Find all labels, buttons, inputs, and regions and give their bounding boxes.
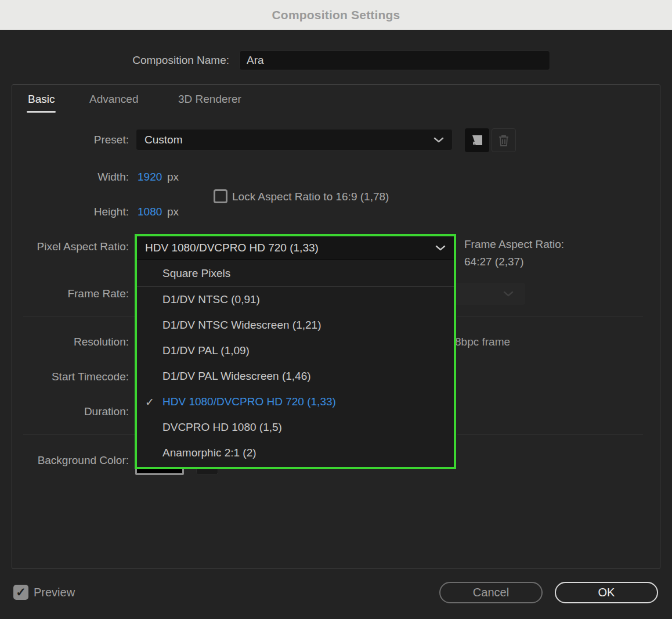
divider xyxy=(23,434,135,435)
pixel-aspect-ratio-selected: HDV 1080/DVCPRO HD 720 (1,33) xyxy=(145,242,435,254)
par-option[interactable]: ✓ D1/DV PAL (1,09) xyxy=(137,338,454,364)
lock-aspect-label: Lock Aspect Ratio to 16:9 (1,78) xyxy=(232,190,389,203)
height-value[interactable]: 1080 xyxy=(138,206,162,218)
height-unit: px xyxy=(167,206,179,218)
check-icon: ✓ xyxy=(16,585,26,599)
lock-aspect-checkbox[interactable] xyxy=(214,189,227,203)
frame-rate-label: Frame Rate: xyxy=(67,287,129,300)
pixel-aspect-ratio-dropdown-open: HDV 1080/DVCPRO HD 720 (1,33) ✓ Square P… xyxy=(135,234,456,469)
chevron-down-icon xyxy=(433,136,444,143)
trash-icon xyxy=(497,134,511,147)
par-option[interactable]: ✓ DVCPRO HD 1080 (1,5) xyxy=(137,415,454,440)
par-option[interactable]: ✓ Square Pixels xyxy=(137,260,454,286)
tab-3d-renderer[interactable]: 3D Renderer xyxy=(178,93,241,106)
divider xyxy=(23,316,135,317)
divider xyxy=(457,316,643,317)
chevron-down-icon xyxy=(435,244,446,251)
tab-advanced[interactable]: Advanced xyxy=(89,93,139,106)
save-preset-icon xyxy=(470,134,484,147)
ok-button[interactable]: OK xyxy=(555,582,658,603)
frame-aspect-ratio-label: Frame Aspect Ratio: xyxy=(464,238,564,251)
composition-name-input[interactable] xyxy=(239,51,550,70)
cancel-button[interactable]: Cancel xyxy=(439,582,543,603)
height-label: Height: xyxy=(94,206,129,218)
frame-aspect-ratio-value: 64:27 (2,37) xyxy=(464,255,523,268)
memory-note: 8bpc frame xyxy=(455,336,510,348)
width-unit: px xyxy=(167,171,179,183)
par-option[interactable]: ✓ HDV 1080/DVCPRO HD 720 (1,33) xyxy=(137,389,454,415)
pixel-aspect-ratio-trigger[interactable]: HDV 1080/DVCPRO HD 720 (1,33) xyxy=(137,236,454,260)
width-value[interactable]: 1920 xyxy=(138,171,162,183)
width-label: Width: xyxy=(97,171,129,183)
title-bar: Composition Settings xyxy=(0,0,672,30)
tab-basic[interactable]: Basic xyxy=(28,93,55,106)
duration-label: Duration: xyxy=(84,405,129,418)
preset-dropdown[interactable]: Custom xyxy=(136,129,453,150)
par-option[interactable]: ✓ D1/DV NTSC (0,91) xyxy=(137,287,454,312)
par-option[interactable]: ✓ Anamorphic 2:1 (2) xyxy=(137,440,454,466)
background-color-label: Background Color: xyxy=(38,454,129,467)
pixel-aspect-ratio-options: ✓ Square Pixels ✓ D1/DV NTSC (0,91) ✓ D1… xyxy=(137,260,454,466)
delete-preset-button[interactable] xyxy=(492,128,516,152)
chevron-down-icon xyxy=(503,290,514,297)
composition-name-label: Composition Name: xyxy=(132,54,229,67)
preset-label: Preset: xyxy=(94,134,129,146)
check-icon: ✓ xyxy=(137,395,162,409)
dialog-title: Composition Settings xyxy=(272,8,400,22)
preset-value: Custom xyxy=(144,134,433,146)
composition-settings-dialog: Composition Settings Composition Name: B… xyxy=(0,0,672,619)
start-timecode-label: Start Timecode: xyxy=(52,370,129,383)
divider xyxy=(457,434,643,435)
save-preset-button[interactable] xyxy=(465,128,489,152)
par-option[interactable]: ✓ D1/DV NTSC Widescreen (1,21) xyxy=(137,312,454,338)
pixel-aspect-ratio-label: Pixel Aspect Ratio: xyxy=(37,240,129,253)
preview-checkbox[interactable]: ✓ xyxy=(13,585,28,600)
preview-label: Preview xyxy=(34,586,75,599)
par-option[interactable]: ✓ D1/DV PAL Widescreen (1,46) xyxy=(137,364,454,389)
resolution-label: Resolution: xyxy=(74,336,129,348)
